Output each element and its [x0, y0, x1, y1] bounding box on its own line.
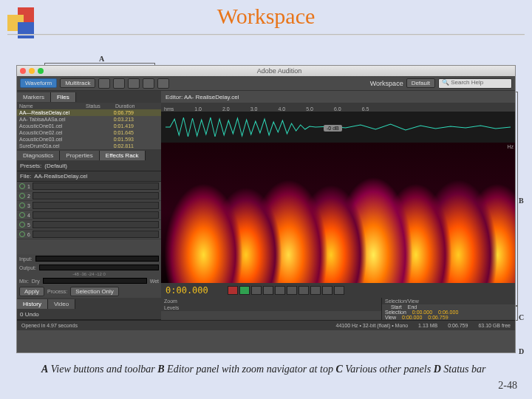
callout-a: A [99, 55, 104, 63]
caption: A View buttons and toolbar B Editor pane… [41, 362, 488, 377]
spectrogram[interactable]: Hz [161, 143, 515, 283]
fx-file-label: File: [20, 173, 31, 180]
effect-slot[interactable]: 1 [17, 182, 161, 191]
mix-label: Mix: [19, 279, 29, 284]
selview-label: Selection/View [382, 298, 515, 304]
slide-title: Workspace [0, 4, 532, 29]
minimize-icon[interactable] [29, 68, 35, 74]
close-icon[interactable] [20, 68, 26, 74]
search-input[interactable]: 🔍 Search Help [438, 78, 512, 89]
file-row[interactable]: AcousticOne01.cel0:01.419 [17, 123, 161, 129]
file-row[interactable]: AA- TabisaAASa.cel0:03.213 [17, 116, 161, 123]
mac-titlebar: Adobe Audition [17, 66, 515, 76]
output-label: Output: [19, 265, 36, 270]
mix-slider[interactable] [43, 278, 147, 284]
app-title: Adobe Audition [47, 67, 512, 75]
waveform-button[interactable]: Waveform [20, 78, 57, 88]
next-button[interactable] [299, 286, 309, 295]
output-meter [39, 265, 159, 270]
view-start[interactable]: 0:00.000 [402, 315, 422, 320]
file-row[interactable]: AcousticOne03.cel0:01.593 [17, 136, 161, 143]
workspace-label: Workspace [370, 80, 403, 87]
sel-end[interactable]: 0:06.000 [438, 310, 458, 315]
file-list: Name Status Duration AA—RealiseDelay.cel… [17, 103, 161, 149]
left-tabs: Markers Files [17, 91, 161, 103]
file-row[interactable]: AA—RealiseDelay.cel0:06.759 [17, 109, 161, 116]
record-button[interactable] [310, 286, 321, 295]
tool-lasso-icon[interactable] [143, 78, 154, 89]
sel-start[interactable]: 0:00.000 [412, 310, 432, 315]
levels-label: Levels [161, 304, 381, 311]
app-screenshot: Adobe Audition Waveform Multitrack Works… [16, 65, 516, 353]
tab-diagnostics[interactable]: Diagnostics [17, 151, 60, 160]
divider [7, 34, 525, 35]
status-free: 63.10 GB free [478, 323, 511, 328]
fx-file-value: AA-RealiseDelay.cel [34, 173, 87, 180]
tab-properties[interactable]: Properties [60, 151, 99, 160]
status-bar: Opened in 4.97 seconds 44100 Hz • 32-bit… [17, 320, 515, 330]
file-row[interactable]: AcousticOne02.cel0:01.645 [17, 129, 161, 136]
pause-button[interactable] [251, 286, 262, 295]
status-opened: Opened in 4.97 seconds [21, 323, 78, 328]
effect-slot[interactable]: 2 [17, 191, 161, 201]
power-icon[interactable] [19, 231, 25, 237]
skip-button[interactable] [334, 286, 344, 295]
effects-rack: 1 2 3 4 5 6 [17, 182, 161, 254]
ffwd-button[interactable] [287, 286, 297, 295]
zoom-navigator[interactable]: -0 dB [161, 112, 515, 143]
play-button[interactable] [239, 286, 250, 295]
preset-value[interactable]: (Default) [44, 163, 67, 169]
process-label: Process: [47, 289, 67, 294]
input-meter [35, 256, 159, 262]
tab-history[interactable]: History [17, 299, 48, 309]
power-icon[interactable] [19, 222, 25, 228]
stop-button[interactable] [228, 286, 238, 295]
tool-marquee-icon[interactable] [128, 78, 140, 89]
view-end[interactable]: 0:06.759 [428, 315, 448, 320]
page-number: 2-48 [498, 380, 517, 392]
db-tag[interactable]: -0 dB [324, 125, 342, 132]
input-label: Input: [19, 256, 33, 262]
col-status: Status [86, 103, 115, 109]
hz-label: Hz [507, 144, 514, 149]
effect-slot[interactable]: 6 [17, 230, 161, 239]
time-ruler[interactable]: hms1.02.03.04.05.06.06.5 [161, 103, 515, 112]
callout-d: D [519, 347, 524, 355]
status-format: 44100 Hz • 32-bit (float) • Mono [336, 323, 409, 328]
history-value: 0 Undo [20, 311, 39, 318]
power-icon[interactable] [19, 183, 25, 189]
col-duration: Duration [115, 103, 134, 109]
prev-button[interactable] [263, 286, 273, 295]
callout-b: B [519, 197, 524, 205]
power-icon[interactable] [19, 193, 25, 199]
multitrack-button[interactable]: Multitrack [60, 78, 95, 88]
editor-tab[interactable]: Editor: AA- RealiseDelay.cel [161, 91, 515, 103]
effect-slot[interactable]: 3 [17, 201, 161, 211]
status-size: 1.13 MB [418, 323, 437, 328]
tab-video[interactable]: Video [48, 299, 75, 309]
power-icon[interactable] [19, 212, 25, 218]
transport [228, 286, 344, 295]
file-row[interactable]: SureDrum01a.cel0:02.811 [17, 143, 161, 149]
status-dur: 0:06.759 [448, 323, 468, 328]
apply-button[interactable]: Apply [19, 287, 44, 296]
callout-c: C [519, 313, 524, 321]
toolbar: Waveform Multitrack Workspace Default 🔍 … [17, 76, 515, 91]
workspace-dropdown[interactable]: Default [406, 78, 435, 88]
tool-brush-icon[interactable] [157, 78, 169, 89]
timecode-bar: 0:00.000 [161, 283, 515, 298]
effect-slot[interactable]: 5 [17, 220, 161, 230]
tab-files[interactable]: Files [51, 92, 76, 102]
rewind-button[interactable] [275, 286, 285, 295]
tool-razor-icon[interactable] [113, 78, 125, 89]
zoom-label: Zoom [161, 298, 381, 304]
process-dropdown[interactable]: Selection Only [70, 287, 119, 296]
effect-slot[interactable]: 4 [17, 211, 161, 220]
tab-effects[interactable]: Effects Rack [100, 151, 146, 160]
timecode: 0:00.000 [166, 285, 208, 296]
loop-button[interactable] [322, 286, 332, 295]
tool-move-icon[interactable] [98, 78, 110, 89]
power-icon[interactable] [19, 202, 25, 208]
zoom-icon[interactable] [38, 68, 44, 74]
tab-markers[interactable]: Markers [17, 92, 51, 102]
